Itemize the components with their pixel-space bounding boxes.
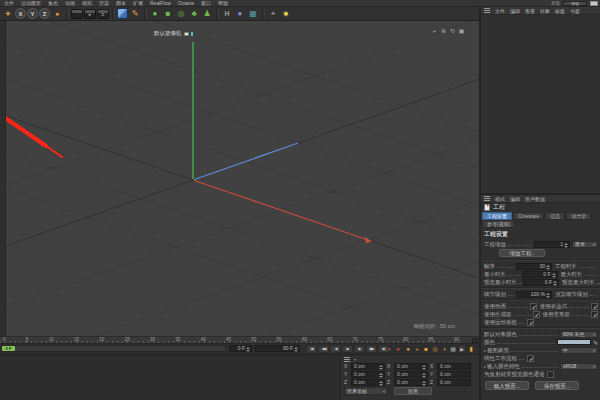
- rot-x-field[interactable]: 0 cm: [437, 363, 471, 370]
- camera-icon[interactable]: +: [267, 8, 279, 20]
- record-parameter-toggle[interactable]: ◑: [440, 345, 448, 353]
- size-x-field[interactable]: 0 cm: [394, 363, 428, 370]
- load-preset-button[interactable]: 载入预置...: [485, 381, 529, 390]
- spinner[interactable]: [294, 347, 298, 352]
- lod-field[interactable]: 100 %: [516, 291, 552, 298]
- unit-dropdown[interactable]: 厘米▾: [572, 241, 598, 248]
- panel-menu-icon[interactable]: [344, 357, 350, 362]
- apply-button[interactable]: 应用: [394, 387, 432, 395]
- menu-item[interactable]: Octane: [178, 0, 194, 7]
- rot-y-field[interactable]: 0 cm: [437, 371, 471, 378]
- default-object-color-dropdown[interactable]: 60% 灰色▾: [560, 331, 598, 338]
- render-picture-viewer-icon[interactable]: ▸: [84, 9, 96, 19]
- play-button[interactable]: ▶: [342, 345, 353, 353]
- object-list[interactable]: [481, 15, 600, 191]
- view-clipping-dropdown[interactable]: 中▾: [560, 347, 598, 354]
- record-position-toggle[interactable]: +: [413, 345, 421, 353]
- expander-icon[interactable]: ▸: [484, 348, 486, 353]
- preview-color-channel-checkbox[interactable]: [547, 371, 554, 378]
- menu-item[interactable]: RealFlow: [150, 0, 171, 7]
- attribute-tab[interactable]: Cineware: [513, 212, 544, 220]
- om-menu-item[interactable]: 对象: [540, 8, 550, 14]
- eyedropper-icon[interactable]: ✎: [593, 339, 598, 346]
- min-time-field[interactable]: 0 F: [522, 271, 558, 278]
- attribute-tab[interactable]: 工程设置: [482, 212, 512, 220]
- playback-option-button[interactable]: ▶: [458, 345, 466, 353]
- deformer-icon[interactable]: ■: [162, 8, 174, 20]
- timeline-ruler[interactable]: 051015202530354045505560657075808590: [0, 336, 479, 344]
- linear-workflow-checkbox[interactable]: [527, 355, 534, 362]
- expander-icon[interactable]: ▸: [484, 364, 486, 369]
- attr-menu-item[interactable]: 编辑: [510, 196, 520, 202]
- sound-toggle[interactable]: ▮: [467, 345, 475, 353]
- character-icon[interactable]: ♟: [201, 8, 213, 20]
- menu-item[interactable]: 扩展: [133, 0, 143, 7]
- pos-x-field[interactable]: 0 cm: [351, 363, 385, 370]
- preview-min-time-field[interactable]: 0 F: [523, 279, 559, 286]
- layout-dropdown[interactable]: 启动: [563, 1, 587, 6]
- red-spline-object-tip[interactable]: [44, 145, 62, 158]
- record-rotation-toggle[interactable]: ◎: [431, 345, 439, 353]
- save-preset-button[interactable]: 保存预置...: [535, 381, 579, 390]
- mograph-icon[interactable]: ♣: [188, 8, 200, 20]
- use-generators-checkbox[interactable]: [533, 311, 540, 318]
- menu-item[interactable]: 动画: [65, 0, 75, 7]
- pan-view-icon[interactable]: +: [431, 28, 438, 35]
- x-axis-lock-button[interactable]: X: [15, 8, 26, 19]
- z-axis-lock-button[interactable]: Z: [39, 8, 50, 19]
- use-animation-checkbox[interactable]: [530, 303, 537, 310]
- record-scale-toggle[interactable]: ■: [422, 345, 430, 353]
- scale-project-button[interactable]: 缩放工程..: [499, 249, 545, 257]
- attr-menu-item[interactable]: 用户数据: [525, 196, 545, 202]
- om-menu-item[interactable]: 书签: [570, 8, 580, 14]
- render-view-icon[interactable]: [71, 9, 83, 19]
- prev-key-button[interactable]: ◀◀: [318, 345, 329, 353]
- om-menu-item[interactable]: 编辑: [510, 8, 520, 14]
- toggle-view-icon[interactable]: ▣: [458, 28, 465, 35]
- frame-rate-field[interactable]: 30: [516, 263, 552, 270]
- pos-z-field[interactable]: 0 cm: [351, 379, 385, 386]
- menu-item[interactable]: 脚本: [116, 0, 126, 7]
- spline-pen-icon[interactable]: ✎: [129, 8, 141, 20]
- end-frame-field[interactable]: 90 F: [255, 345, 300, 352]
- menu-item[interactable]: 帮助: [218, 0, 228, 7]
- menu-item[interactable]: 模拟: [82, 0, 92, 7]
- axis-mode-icon[interactable]: H: [221, 8, 233, 20]
- ruler-scroll-nub[interactable]: [472, 338, 478, 343]
- playhead[interactable]: 0 F: [2, 346, 15, 351]
- start-frame-field[interactable]: 0 F: [229, 345, 252, 352]
- zoom-view-icon[interactable]: ⊕: [440, 28, 447, 35]
- field-grid-icon[interactable]: ▦: [247, 8, 259, 20]
- y-axis-lock-button[interactable]: Y: [27, 8, 38, 19]
- menu-item[interactable]: 文件: [4, 0, 14, 7]
- chevron-down-icon[interactable]: ▾: [354, 357, 356, 362]
- menu-item[interactable]: 运动图形: [21, 0, 41, 7]
- use-motion-system-checkbox[interactable]: [527, 319, 534, 326]
- volume-icon[interactable]: ●: [234, 8, 246, 20]
- attribute-tab[interactable]: 参考(视频): [482, 220, 515, 228]
- panel-menu-icon[interactable]: [484, 8, 490, 13]
- size-z-field[interactable]: 0 cm: [394, 379, 428, 386]
- size-y-field[interactable]: 0 cm: [394, 371, 428, 378]
- attribute-tab[interactable]: 信息: [545, 212, 565, 220]
- panel-menu-icon[interactable]: [484, 196, 490, 201]
- autokey-button[interactable]: ●: [394, 345, 402, 353]
- primitive-cube-icon[interactable]: [117, 8, 128, 19]
- subdivision-surface-icon[interactable]: ●: [149, 8, 161, 20]
- camera-label[interactable]: 默认摄像机: [154, 30, 193, 37]
- light-icon[interactable]: ●: [280, 8, 292, 20]
- goto-start-button[interactable]: |◀: [306, 345, 317, 353]
- menu-item[interactable]: 渲染: [99, 0, 109, 7]
- next-frame-button[interactable]: ▶: [354, 345, 365, 353]
- window-corner-button[interactable]: [590, 1, 598, 6]
- coordinate-mode-dropdown[interactable]: 世界坐标▾: [344, 387, 388, 395]
- color-swatch[interactable]: [557, 339, 591, 345]
- pos-y-field[interactable]: 0 cm: [351, 371, 385, 378]
- om-menu-item[interactable]: 查看: [525, 8, 535, 14]
- move-tool-icon[interactable]: +: [2, 8, 14, 20]
- om-menu-item[interactable]: 标签: [555, 8, 565, 14]
- use-deformers-checkbox[interactable]: [591, 311, 598, 318]
- coordinate-system-icon[interactable]: ●: [51, 8, 63, 20]
- project-scale-field[interactable]: 1: [534, 241, 570, 248]
- attr-menu-item[interactable]: 模式: [495, 196, 505, 202]
